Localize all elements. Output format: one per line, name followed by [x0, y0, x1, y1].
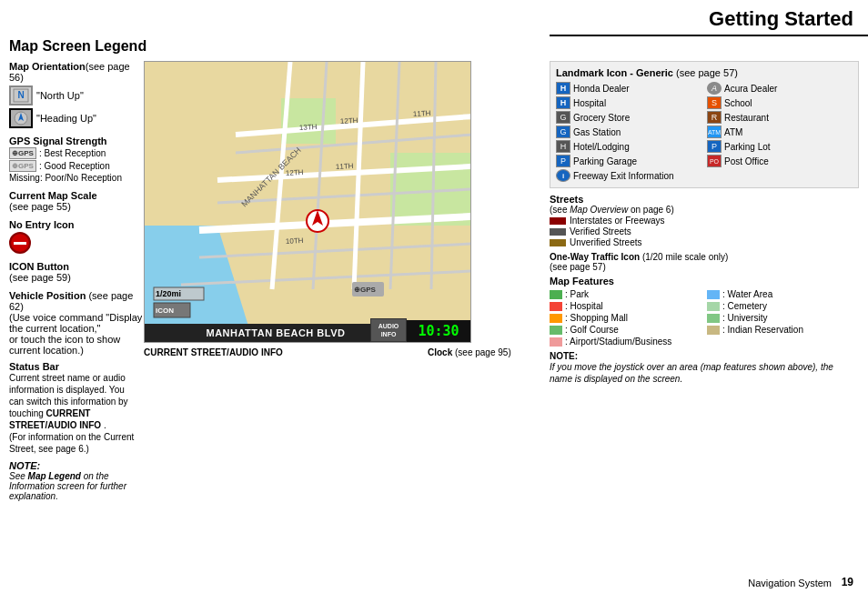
left-note-text: See Map Legend on the Information screen… — [9, 471, 141, 501]
map-features-title: Map Features — [550, 276, 859, 286]
unverified-item: Unverified Streets — [550, 237, 859, 247]
park-color — [550, 290, 562, 299]
landmark-grocery: G Grocery Store — [556, 111, 701, 124]
section-title: Map Screen Legend — [9, 38, 859, 55]
map-orientation-label: Map Orientation — [9, 61, 86, 72]
landmark-gas: G Gas Station — [556, 126, 701, 138]
university-color — [707, 314, 720, 323]
mf-indian: : Indian Reservation — [707, 325, 859, 335]
parking-lot-icon: P — [707, 140, 722, 153]
gps-best-icon: ⊕GPS — [9, 147, 36, 159]
mf-university: : University — [707, 313, 859, 323]
svg-text:N: N — [17, 90, 24, 100]
page-title: Getting Started — [550, 7, 853, 31]
mf-airport: : Airport/Stadium/Business — [550, 337, 859, 347]
no-entry-icon — [9, 232, 31, 254]
landmark-parking-lot: P Parking Lot — [707, 140, 853, 153]
right-note-section: NOTE: If you move the joystick over an a… — [550, 351, 859, 385]
gps-best-label: : Best Reception — [39, 148, 106, 158]
svg-text:ICON: ICON — [156, 307, 174, 315]
verified-item: Verified Streets — [550, 226, 859, 236]
unverified-color — [550, 239, 566, 246]
gps-best-row: ⊕GPS : Best Reception — [9, 147, 144, 159]
vehicle-position-desc2: or touch the icon to show current locati… — [9, 334, 144, 356]
street-name-bar: MANHATTAN BEACH BLVD — [145, 324, 407, 342]
honda-icon: H — [556, 82, 570, 95]
no-entry-icon-container — [9, 232, 144, 254]
svg-text:12TH: 12TH — [340, 116, 358, 126]
vehicle-position-desc1: (Use voice command "Display the current … — [9, 312, 144, 334]
compass-north-svg: N — [12, 87, 30, 104]
no-entry-section: No Entry Icon — [9, 219, 144, 254]
svg-rect-8 — [281, 98, 336, 144]
hotel-icon: H — [556, 140, 570, 153]
landmark-section: Landmark Icon - Generic (see page 57) H … — [550, 61, 859, 188]
map-scale-label: Current Map Scale — [9, 190, 144, 201]
left-note-section: NOTE: See Map Legend on the Information … — [9, 460, 141, 501]
landmark-acura: A Acura Dealer — [707, 82, 853, 95]
school-icon: S — [707, 96, 722, 109]
landmark-hotel: H Hotel/Lodging — [556, 140, 701, 153]
gps-poor-row: Missing: Poor/No Reception — [9, 173, 144, 183]
svg-text:11TH: 11TH — [413, 109, 431, 118]
mf-hospital: : Hospital — [550, 301, 701, 311]
left-note-label: NOTE: — [9, 460, 141, 471]
main-content: Map Screen Legend Map Orientation(see pa… — [9, 38, 859, 575]
svg-text:1/20mi: 1/20mi — [156, 289, 181, 298]
audio-info-button[interactable]: AUDIOINFO — [370, 318, 407, 342]
interstate-color — [550, 217, 566, 225]
svg-text:11TH: 11TH — [336, 162, 354, 171]
svg-text:13TH: 13TH — [299, 123, 318, 132]
map-area: 13TH 12TH 11TH 12TH 11TH 10TH MANHATTAN … — [144, 61, 471, 343]
parking-garage-icon: P — [556, 155, 570, 167]
interstate-item: Interstates or Freeways — [550, 216, 859, 226]
clock-section: Clock (see page 95) — [428, 347, 511, 357]
icon-button-ref: (see page 59) — [9, 272, 144, 283]
north-up-label: "North Up" — [36, 90, 84, 101]
gps-good-icon: ⊕GPS — [9, 160, 36, 172]
north-up-icon: N — [9, 85, 33, 106]
verified-color — [550, 228, 566, 236]
landmark-title: Landmark Icon - Generic (see page 57) — [556, 67, 853, 78]
landmark-post-office: PO Post Office — [707, 155, 853, 167]
left-column: Map Orientation(see page 56) N "North Up… — [9, 61, 144, 507]
indian-color — [707, 326, 720, 335]
map-svg: 13TH 12TH 11TH 12TH 11TH 10TH MANHATTAN … — [145, 62, 470, 342]
gps-signal-section: GPS Signal Strength ⊕GPS : Best Receptio… — [9, 136, 144, 183]
hospital-lm-icon: H — [556, 96, 570, 109]
hospital-mf-color — [550, 302, 562, 311]
compass-heading-svg — [12, 110, 30, 126]
mf-golf: : Golf Course — [550, 325, 701, 335]
landmark-atm: ATM ATM — [707, 126, 853, 138]
mf-park: : Park — [550, 289, 701, 299]
landmark-freeway: i Freeway Exit Information — [556, 169, 853, 182]
current-street-label: CURRENT STREET/AUDIO INFO — [144, 347, 283, 357]
clock-display: 10:30 — [407, 320, 470, 342]
heading-up-box: "Heading Up" — [9, 108, 144, 128]
streets-section: Streets (see Map Overview on page 6) Int… — [550, 194, 859, 247]
heading-up-label: "Heading Up" — [36, 113, 96, 124]
gas-icon: G — [556, 126, 570, 138]
right-note-text: If you move the joystick over an area (m… — [550, 361, 850, 385]
heading-up-icon — [9, 108, 33, 128]
nav-system-footer: Navigation System — [748, 578, 832, 588]
streets-label: Streets — [550, 194, 859, 205]
gps-good-label: : Good Reception — [39, 161, 110, 171]
right-note-label: NOTE: — [550, 351, 859, 361]
streets-ref: (see Map Overview on page 6) — [550, 205, 859, 215]
gps-signal-label: GPS Signal Strength — [9, 136, 144, 146]
landmark-grid: H Honda Dealer A Acura Dealer H Hospital… — [556, 82, 853, 182]
airport-color — [550, 337, 562, 347]
cemetery-color — [707, 302, 720, 311]
grocery-icon: G — [556, 111, 570, 124]
atm-icon: ATM — [707, 126, 722, 138]
landmark-restaurant: R Restaurant — [707, 111, 853, 124]
right-column: Landmark Icon - Generic (see page 57) H … — [550, 61, 859, 385]
page-header: Getting Started — [550, 0, 868, 36]
map-orientation-section: Map Orientation(see page 56) N "North Up… — [9, 61, 144, 128]
svg-text:12TH: 12TH — [286, 168, 304, 177]
landmark-hospital: H Hospital — [556, 96, 701, 109]
freeway-icon: i — [556, 169, 570, 182]
gps-good-row: ⊕GPS : Good Reception — [9, 160, 144, 172]
restaurant-icon: R — [707, 111, 722, 124]
